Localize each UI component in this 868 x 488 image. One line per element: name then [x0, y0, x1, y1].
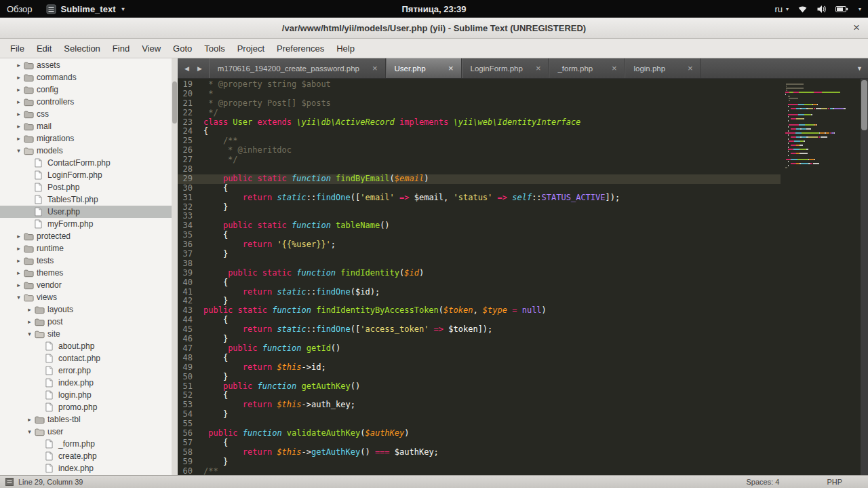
code-line-39[interactable]: 39 public static function findIdentity($… [178, 269, 781, 278]
sidebar-item-update.php[interactable]: update.php [0, 474, 178, 475]
minimap[interactable] [781, 79, 861, 475]
code-line-37[interactable]: 37 } [178, 250, 781, 259]
expander-closed-icon[interactable]: ▸ [14, 86, 24, 93]
sidebar-item-myForm.php[interactable]: myForm.php [0, 218, 178, 230]
sidebar-item-User.php[interactable]: User.php [0, 206, 178, 218]
sidebar-item-Post.php[interactable]: Post.php [0, 181, 178, 193]
menu-goto[interactable]: Goto [167, 41, 198, 56]
sidebar-item-css[interactable]: ▸css [0, 108, 178, 120]
sidebar-item-promo.php[interactable]: promo.php [0, 401, 178, 413]
expander-closed-icon[interactable]: ▸ [14, 233, 24, 240]
sidebar-item-protected[interactable]: ▸protected [0, 230, 178, 242]
code-line-32[interactable]: 32 } [178, 203, 781, 212]
sidebar-item-runtime[interactable]: ▸runtime [0, 242, 178, 255]
expander-closed-icon[interactable]: ▸ [24, 306, 35, 313]
expander-closed-icon[interactable]: ▸ [14, 269, 24, 276]
sidebar-item-create.php[interactable]: create.php [0, 450, 178, 462]
code-line-53[interactable]: 53 return $this->auth_key; [178, 400, 781, 410]
tab-close-icon[interactable]: × [534, 63, 543, 73]
sidebar-scrollbar[interactable] [172, 58, 178, 475]
sidebar-item-contact.php[interactable]: contact.php [0, 352, 178, 364]
code-line-44[interactable]: 44 { [178, 316, 781, 325]
expander-closed-icon[interactable]: ▸ [14, 135, 24, 142]
code-line-47[interactable]: 47 public function getId() [178, 344, 781, 354]
expander-closed-icon[interactable]: ▸ [14, 74, 24, 81]
sidebar-item-LoginForm.php[interactable]: LoginForm.php [0, 169, 178, 181]
window-close-icon[interactable]: × [853, 18, 860, 38]
sidebar-item-about.php[interactable]: about.php [0, 340, 178, 352]
expander-closed-icon[interactable]: ▸ [14, 111, 24, 117]
code-line-40[interactable]: 40 { [178, 278, 781, 288]
sidebar-scrollbar-thumb[interactable] [172, 81, 177, 124]
sidebar-item-assets[interactable]: ▸assets [0, 59, 178, 71]
code-line-60[interactable]: 60/** [178, 467, 781, 475]
expander-closed-icon[interactable]: ▸ [14, 62, 24, 69]
battery-icon[interactable] [835, 5, 848, 13]
expander-closed-icon[interactable]: ▸ [14, 98, 24, 105]
code-line-33[interactable]: 33 [178, 212, 781, 221]
code-line-45[interactable]: 45 return static::findOne(['access_token… [178, 325, 781, 335]
code-line-22[interactable]: 22 */ [178, 109, 781, 118]
code-line-50[interactable]: 50 } [178, 373, 781, 382]
menu-view[interactable]: View [136, 41, 167, 56]
menu-tools[interactable]: Tools [198, 41, 231, 56]
sidebar-item-commands[interactable]: ▸commands [0, 71, 178, 83]
sidebar-item-user[interactable]: ▾user [0, 426, 178, 438]
code-line-34[interactable]: 34 public static function tableName() [178, 221, 781, 231]
sidebar-item-post[interactable]: ▸post [0, 316, 178, 328]
menu-find[interactable]: Find [106, 41, 136, 56]
code-line-23[interactable]: 23class User extends \yii\db\ActiveRecor… [178, 118, 781, 128]
code-line-27[interactable]: 27 */ [178, 155, 781, 165]
code-line-38[interactable]: 38 [178, 259, 781, 269]
tab-login.php[interactable]: login.php× [625, 58, 701, 78]
system-menu-chevron-icon[interactable]: ▾ [859, 6, 861, 12]
volume-icon[interactable] [816, 5, 827, 14]
tab-overflow-icon[interactable]: ▼ [851, 58, 868, 78]
code-line-49[interactable]: 49 return $this->id; [178, 363, 781, 373]
expander-closed-icon[interactable]: ▸ [14, 257, 24, 264]
code-line-48[interactable]: 48 { [178, 354, 781, 363]
tab-scroll-left-icon[interactable]: ◀ [184, 65, 189, 72]
expander-closed-icon[interactable]: ▸ [24, 318, 35, 325]
sidebar-item-views[interactable]: ▾views [0, 291, 178, 303]
code-line-26[interactable]: 26 * @inheritdoc [178, 146, 781, 155]
code-line-41[interactable]: 41 return static::findOne($id); [178, 288, 781, 297]
code-line-19[interactable]: 19 * @property string $about [178, 80, 781, 90]
sidebar-item-layouts[interactable]: ▸layouts [0, 303, 178, 316]
wifi-icon[interactable] [797, 5, 808, 14]
code-line-43[interactable]: 43public static function findIdentityByA… [178, 306, 781, 316]
code-line-31[interactable]: 31 return static::findOne(['email' => $e… [178, 193, 781, 203]
tab-m170616_194200_create_password.php[interactable]: m170616_194200_create_password.php× [209, 58, 386, 78]
code-line-21[interactable]: 21 * @property Post[] $posts [178, 99, 781, 109]
sidebar-item-tests[interactable]: ▸tests [0, 255, 178, 267]
tab-close-icon[interactable]: × [446, 63, 456, 73]
expander-open-icon[interactable]: ▾ [24, 331, 35, 337]
sidebar-item-login.php[interactable]: login.php [0, 389, 178, 401]
code-line-25[interactable]: 25 /** [178, 136, 781, 146]
window-title-bar[interactable]: /var/www/html/yii/models/User.php (yii) … [0, 18, 868, 39]
code-line-29[interactable]: 29 public static function findByEmail($e… [178, 174, 781, 184]
code-line-54[interactable]: 54 } [178, 410, 781, 419]
editor-scrollbar-thumb[interactable] [861, 80, 867, 130]
code-line-52[interactable]: 52 { [178, 391, 781, 400]
sidebar-item-TablesTbl.php[interactable]: TablesTbl.php [0, 193, 178, 206]
expander-closed-icon[interactable]: ▸ [14, 123, 24, 130]
code-area[interactable]: 19 * @property string $about20 *21 * @pr… [178, 79, 781, 475]
expander-open-icon[interactable]: ▾ [14, 147, 24, 154]
menu-preferences[interactable]: Preferences [271, 41, 330, 56]
sidebar-item-models[interactable]: ▾models [0, 145, 178, 157]
menu-project[interactable]: Project [231, 41, 271, 56]
code-line-28[interactable]: 28 [178, 165, 781, 174]
menu-help[interactable]: Help [330, 41, 361, 56]
indent-settings-button[interactable]: Spaces: 4 [746, 478, 779, 486]
code-line-30[interactable]: 30 { [178, 184, 781, 193]
code-line-24[interactable]: 24{ [178, 127, 781, 136]
code-line-42[interactable]: 42 } [178, 297, 781, 306]
code-line-35[interactable]: 35 { [178, 231, 781, 240]
code-line-36[interactable]: 36 return '{{%user}}'; [178, 240, 781, 250]
code-line-58[interactable]: 58 return $this->getAuthKey() === $authK… [178, 448, 781, 457]
sidebar-item-mail[interactable]: ▸mail [0, 120, 178, 132]
code-line-57[interactable]: 57 { [178, 438, 781, 448]
sidebar-item-index.php[interactable]: index.php [0, 377, 178, 389]
sidebar-item-controllers[interactable]: ▸controllers [0, 96, 178, 108]
